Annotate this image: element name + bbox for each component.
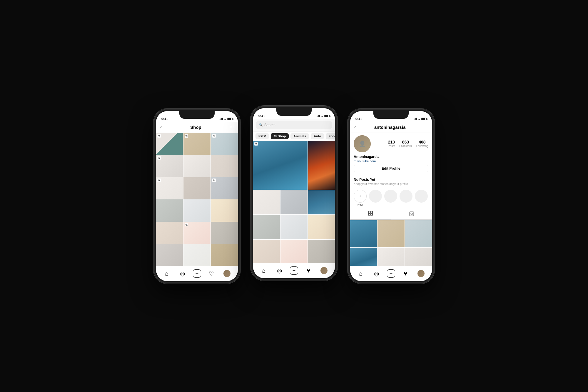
add-story-button[interactable]: + (354, 190, 367, 203)
search-bar[interactable]: 🔍 Search (256, 121, 332, 129)
search-photo-grid: 🛍 🛍 🛍 (253, 141, 335, 263)
tab-food[interactable]: Food (326, 133, 335, 139)
phone-profile: 9:41 ▲ ‹ antoninagarsia ··· (348, 109, 434, 283)
tagged-tab[interactable] (391, 208, 432, 219)
filter-tabs: IGTV 🛍 Shop Animals Auto Food (253, 131, 335, 141)
home-button-2[interactable]: ⌂ (259, 265, 269, 276)
search-button[interactable]: ◎ (177, 268, 188, 279)
search-grid-4b[interactable] (280, 215, 307, 239)
tab-igtv[interactable]: IGTV (255, 133, 269, 139)
search-grid-3a[interactable]: 🛍 (253, 190, 280, 214)
status-time: 9:41 (161, 117, 168, 121)
story-circle-4[interactable] (415, 190, 428, 203)
following-stat: 408 Following (416, 140, 428, 148)
profile-avatar: 👤 (354, 135, 371, 152)
profile-link[interactable]: m.youtube.com (354, 159, 428, 163)
search-grid-4a[interactable] (253, 215, 280, 239)
profile-button-3[interactable] (416, 268, 426, 279)
tab-shop[interactable]: 🛍 Shop (271, 133, 289, 139)
story-circle-1[interactable] (369, 190, 382, 203)
notch-3 (373, 111, 409, 119)
tab-auto[interactable]: Auto (311, 133, 324, 139)
search-grid-sunset[interactable] (308, 141, 335, 190)
avatar-icon (223, 270, 230, 277)
grid-tab[interactable] (350, 208, 391, 219)
menu-button[interactable]: ··· (230, 124, 234, 130)
posts-count: 213 (388, 140, 395, 144)
story-circle-2[interactable] (384, 190, 397, 203)
search-button-2[interactable]: ◎ (274, 265, 285, 276)
avatar-icon-3 (417, 270, 425, 277)
stories-container: + New (350, 190, 432, 208)
posts-label: Posts (388, 144, 395, 148)
search-grid-5b[interactable]: 🛍 (280, 240, 307, 263)
story-circle-3[interactable] (400, 190, 412, 203)
profile-grid-4[interactable] (350, 248, 377, 266)
battery-icon-2 (324, 115, 330, 117)
grid-item-18[interactable] (211, 244, 238, 266)
profile-stats-row: 👤 213 Posts 863 Followers 408 (354, 135, 428, 152)
add-button-2[interactable]: + (290, 266, 298, 275)
following-label: Following (416, 144, 428, 148)
svg-rect-1 (371, 211, 372, 213)
no-posts-subtitle: Keep your favorites stories on your prof… (354, 182, 428, 186)
grid-icon (368, 211, 373, 216)
signal-icon-2 (317, 115, 320, 117)
home-button[interactable]: ⌂ (162, 268, 172, 279)
profile-name: Antoninagarcia (354, 155, 428, 159)
menu-button-3[interactable]: ··· (424, 124, 428, 130)
heart-button[interactable]: ♡ (206, 268, 217, 279)
profile-button-2[interactable] (319, 265, 329, 276)
followers-label: Followers (399, 144, 412, 148)
heart-button-2[interactable]: ♥ (303, 265, 314, 276)
wifi-icon: ▲ (224, 118, 226, 121)
status-time-3: 9:41 (355, 117, 362, 121)
search-grid-ocean[interactable]: 🛍 (253, 141, 308, 190)
notch-2 (276, 108, 312, 116)
back-button-3[interactable]: ‹ (354, 124, 356, 130)
search-grid-5a[interactable] (253, 240, 280, 263)
new-story-label: New (358, 203, 363, 206)
home-button-3[interactable]: ⌂ (356, 268, 366, 279)
profile-nav-bar: ‹ antoninagarsia ··· (350, 122, 432, 133)
svg-rect-4 (410, 212, 414, 216)
search-button-3[interactable]: ◎ (371, 268, 382, 279)
add-button-3[interactable]: + (387, 269, 395, 278)
profile-photo-grid (350, 220, 432, 266)
profile-grid-3[interactable] (405, 220, 432, 247)
shop-icon-7: 🛍 (157, 179, 161, 182)
profile-grid-2[interactable] (377, 220, 404, 247)
add-button[interactable]: + (193, 269, 201, 278)
profile-grid-1[interactable] (350, 220, 377, 247)
battery-icon-3 (421, 118, 427, 120)
wifi-icon-2: ▲ (321, 115, 323, 118)
svg-point-5 (411, 213, 412, 215)
phones-container: 9:41 ▲ ‹ Shop ··· (154, 109, 434, 283)
shop-title: Shop (190, 125, 201, 130)
no-posts-section: No Posts Yet Keep your favorites stories… (350, 176, 432, 190)
heart-button-3[interactable]: ♥ (400, 268, 411, 279)
search-grid-3b[interactable]: 🛍 (280, 190, 307, 214)
shop-photo-grid: 🛍 🛍 🛍 🛍 🛍 (156, 133, 238, 266)
posts-stat: 213 Posts (388, 140, 395, 148)
search-grid-5c[interactable] (308, 240, 335, 263)
tab-animals[interactable]: Animals (290, 133, 309, 139)
grid-item-16[interactable] (156, 244, 183, 266)
profile-grid-6[interactable] (405, 248, 432, 266)
search-grid-4c[interactable] (308, 215, 335, 239)
back-button[interactable]: ‹ (160, 124, 162, 130)
profile-grid-5[interactable] (377, 248, 404, 266)
grid-item-17[interactable] (183, 244, 210, 266)
tag-icon (409, 211, 414, 216)
status-icons-3: ▲ (414, 118, 427, 121)
edit-profile-button[interactable]: Edit Profile (354, 165, 428, 172)
phone-shop: 9:41 ▲ ‹ Shop ··· (154, 109, 240, 283)
followers-count: 863 (399, 140, 412, 144)
search-content: 🛍 🛍 🛍 (253, 141, 335, 263)
search-grid-3c[interactable] (308, 190, 335, 214)
profile-button[interactable] (222, 268, 232, 279)
notch (179, 111, 215, 119)
no-posts-title: No Posts Yet (354, 178, 428, 182)
shop-content: 🛍 🛍 🛍 🛍 🛍 (156, 133, 238, 266)
edit-profile-container: Edit Profile (350, 165, 432, 176)
